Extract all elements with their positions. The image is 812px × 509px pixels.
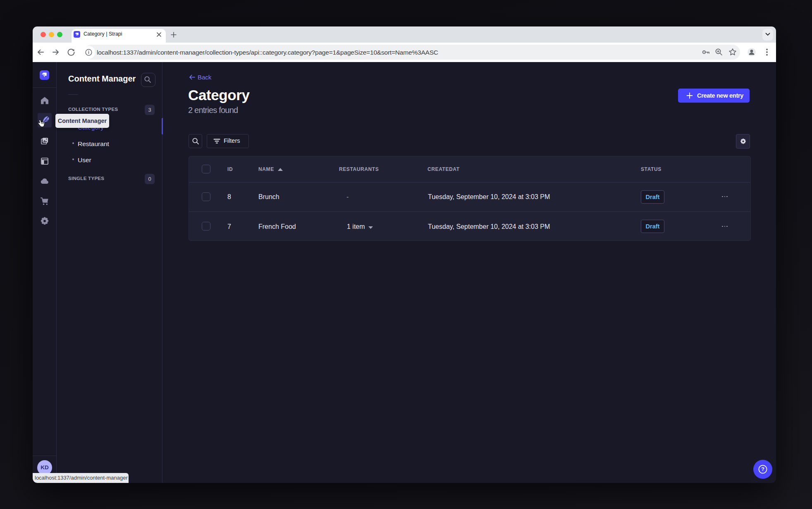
svg-text:?: ? [761, 466, 764, 472]
